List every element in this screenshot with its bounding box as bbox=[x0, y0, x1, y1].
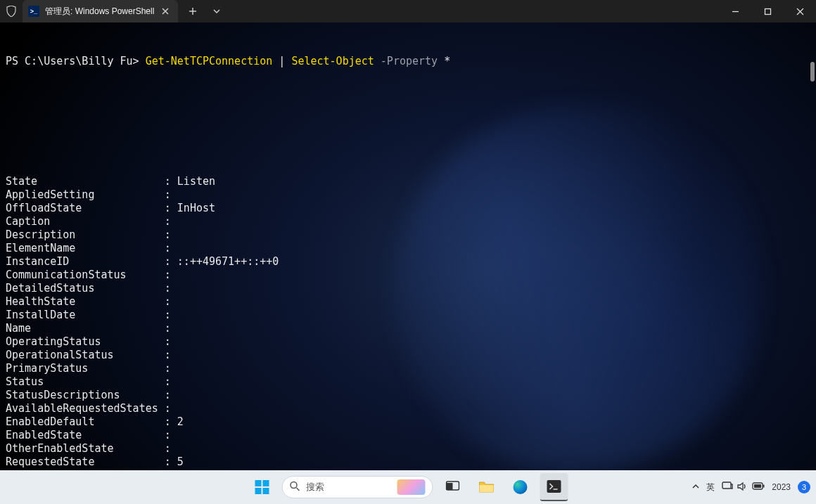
property-key: InstanceID bbox=[6, 255, 165, 269]
edge-browser-button[interactable] bbox=[506, 473, 535, 501]
svg-rect-10 bbox=[547, 480, 561, 493]
property-key: EnabledState bbox=[6, 429, 165, 442]
property-row: OtherEnabledState : bbox=[6, 442, 810, 455]
clock-year[interactable]: 2023 bbox=[772, 482, 791, 492]
property-row: CommunicationStatus : bbox=[6, 269, 810, 282]
tab-dropdown-button[interactable] bbox=[206, 1, 227, 22]
property-row: Caption : bbox=[6, 215, 810, 228]
property-row: HealthState : bbox=[6, 295, 810, 309]
property-key: RequestedState bbox=[6, 455, 165, 469]
tray-overflow-button[interactable] bbox=[692, 482, 699, 492]
property-colon: : bbox=[165, 349, 177, 361]
property-row: State : Listen bbox=[6, 175, 810, 188]
property-key: AppliedSetting bbox=[6, 188, 165, 202]
svg-rect-7 bbox=[447, 483, 453, 490]
property-key: HealthState bbox=[6, 295, 165, 309]
battery-icon bbox=[752, 482, 765, 492]
svg-rect-13 bbox=[754, 484, 761, 488]
taskbar-search[interactable]: 搜索 bbox=[282, 476, 433, 498]
property-row: InstallDate : bbox=[6, 309, 810, 322]
property-colon: : bbox=[165, 228, 177, 241]
notification-badge[interactable]: 3 bbox=[798, 481, 810, 493]
tab-powershell[interactable]: >_ 管理员: Windows PowerShell bbox=[23, 0, 178, 22]
property-colon: : bbox=[165, 188, 177, 201]
property-value: 5 bbox=[177, 455, 184, 468]
property-row: EnabledState : bbox=[6, 429, 810, 442]
command-2: Select-Object bbox=[291, 55, 374, 67]
file-explorer-button[interactable] bbox=[473, 473, 501, 501]
property-row: Description : bbox=[6, 228, 810, 242]
close-window-button[interactable] bbox=[784, 0, 816, 22]
network-icon bbox=[722, 482, 733, 493]
property-list: State : ListenAppliedSetting : OffloadSt… bbox=[6, 175, 810, 470]
property-key: CommunicationStatus bbox=[6, 269, 165, 282]
command-flag: -Property bbox=[381, 55, 438, 67]
property-colon: : bbox=[165, 269, 177, 281]
svg-point-5 bbox=[291, 482, 297, 489]
window-buttons bbox=[719, 0, 816, 22]
property-value: InHost bbox=[177, 202, 215, 214]
property-key: OperatingStatus bbox=[6, 335, 165, 349]
property-row: DetailedStatus : bbox=[6, 282, 810, 295]
titlebar: >_ 管理员: Windows PowerShell bbox=[0, 0, 816, 22]
powershell-icon: >_ bbox=[28, 6, 39, 17]
minimize-button[interactable] bbox=[719, 0, 751, 22]
property-value: ::++49671++::++0 bbox=[177, 255, 279, 268]
search-decoration-icon bbox=[397, 479, 426, 495]
tab-close-button[interactable] bbox=[160, 6, 171, 17]
property-colon: : bbox=[165, 335, 177, 348]
search-icon bbox=[290, 481, 300, 493]
property-key: Description bbox=[6, 228, 165, 242]
property-colon: : bbox=[165, 309, 177, 321]
scrollbar-thumb[interactable] bbox=[810, 62, 815, 82]
property-key: Status bbox=[6, 375, 165, 389]
property-colon: : bbox=[165, 362, 177, 375]
property-key: Caption bbox=[6, 215, 165, 228]
svg-rect-11 bbox=[722, 482, 731, 489]
ime-indicator[interactable]: 英 bbox=[706, 482, 715, 493]
property-colon: : bbox=[165, 175, 177, 188]
svg-rect-1 bbox=[255, 480, 262, 486]
property-key: StatusDescriptions bbox=[6, 389, 165, 402]
property-colon: : bbox=[165, 429, 177, 441]
property-row: Name : bbox=[6, 322, 810, 335]
new-tab-button[interactable] bbox=[182, 1, 203, 22]
terminal-taskbar-button[interactable] bbox=[540, 473, 568, 501]
property-key: Name bbox=[6, 322, 165, 335]
property-colon: : bbox=[165, 242, 177, 254]
property-colon: : bbox=[165, 415, 177, 428]
property-row: OperationalStatus : bbox=[6, 349, 810, 362]
start-button[interactable] bbox=[248, 473, 276, 501]
tab-actions bbox=[182, 1, 227, 22]
maximize-button[interactable] bbox=[751, 0, 784, 22]
prompt-ps: PS bbox=[6, 55, 18, 67]
property-row: PrimaryStatus : bbox=[6, 362, 810, 375]
tab-title: 管理员: Windows PowerShell bbox=[45, 6, 154, 18]
property-key: PrimaryStatus bbox=[6, 362, 165, 375]
property-row: AppliedSetting : bbox=[6, 188, 810, 202]
property-key: OffloadState bbox=[6, 202, 165, 215]
system-tray: 英 2023 3 bbox=[692, 481, 810, 493]
svg-rect-2 bbox=[263, 480, 269, 486]
property-row: Status : bbox=[6, 375, 810, 389]
svg-rect-14 bbox=[763, 485, 765, 488]
property-colon: : bbox=[165, 322, 177, 335]
taskbar-center: 搜索 bbox=[248, 473, 568, 501]
terminal[interactable]: PS C:\Users\Billy Fu> Get-NetTCPConnecti… bbox=[0, 22, 816, 470]
task-view-button[interactable] bbox=[439, 473, 467, 501]
property-key: DetailedStatus bbox=[6, 282, 165, 295]
property-row: InstanceID : ::++49671++::++0 bbox=[6, 255, 810, 269]
terminal-output: PS C:\Users\Billy Fu> Get-NetTCPConnecti… bbox=[0, 22, 816, 470]
property-row: StatusDescriptions : bbox=[6, 389, 810, 402]
property-key: AvailableRequestedStates bbox=[6, 402, 165, 415]
property-row: EnabledDefault : 2 bbox=[6, 415, 810, 429]
property-colon: : bbox=[165, 402, 177, 415]
property-row: AvailableRequestedStates : bbox=[6, 402, 810, 415]
command-wildcard: * bbox=[444, 55, 450, 67]
property-colon: : bbox=[165, 375, 177, 388]
system-icons[interactable] bbox=[722, 482, 765, 493]
svg-point-9 bbox=[514, 480, 528, 494]
svg-rect-8 bbox=[480, 485, 494, 492]
search-placeholder: 搜索 bbox=[306, 481, 324, 493]
property-row: RequestedState : 5 bbox=[6, 455, 810, 469]
